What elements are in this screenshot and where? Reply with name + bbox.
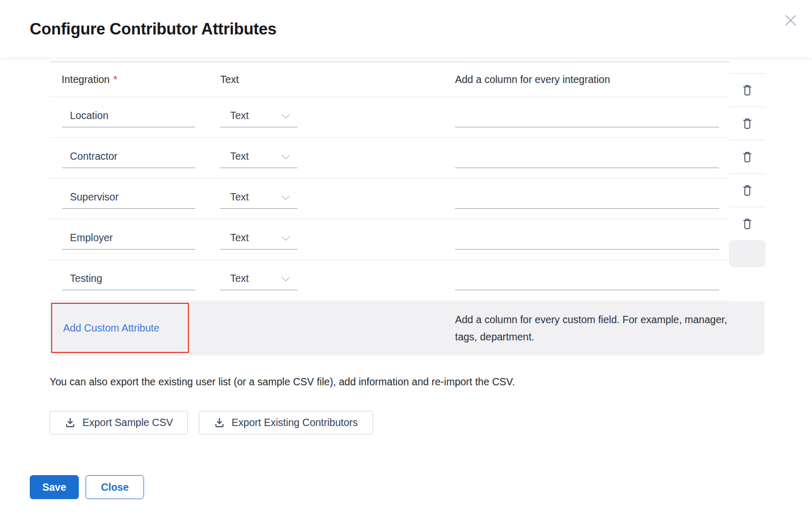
- export-button[interactable]: Export Sample CSV: [50, 411, 188, 434]
- attribute-name-input[interactable]: Employer: [62, 227, 195, 250]
- attribute-type-value: Text: [230, 273, 249, 285]
- delete-attribute-button[interactable]: [729, 107, 766, 140]
- download-icon: [214, 417, 225, 428]
- delete-attribute-button[interactable]: [729, 173, 766, 207]
- integration-description: Add a column for every integration: [455, 74, 610, 86]
- close-button[interactable]: Close: [86, 475, 144, 499]
- attribute-name-input[interactable]: Supervisor: [62, 186, 195, 209]
- delete-column-spacer: [729, 62, 766, 73]
- attribute-value-input[interactable]: [455, 227, 719, 250]
- export-button-label: Export Sample CSV: [82, 417, 173, 429]
- attribute-row: Employer Text: [50, 219, 730, 260]
- attribute-name-value: Location: [70, 110, 109, 122]
- delete-attribute-button[interactable]: [729, 73, 766, 107]
- attribute-name-value: Contractor: [70, 150, 117, 162]
- integration-name-text: Integration: [62, 74, 110, 85]
- attribute-name-input[interactable]: Location: [62, 104, 195, 127]
- attribute-row: Testing Text: [50, 260, 730, 301]
- integration-name-label: Integration*: [62, 74, 117, 86]
- chevron-down-icon: [281, 277, 290, 282]
- integration-row: Integration* Text Add a column for every…: [50, 62, 730, 97]
- trash-icon: [742, 84, 753, 97]
- attribute-value-input[interactable]: [455, 145, 719, 168]
- attribute-type-select[interactable]: Text: [220, 145, 297, 168]
- attribute-type-select[interactable]: Text: [220, 104, 297, 127]
- required-asterisk: *: [113, 74, 117, 85]
- trash-icon: [742, 217, 753, 230]
- attribute-value-input[interactable]: [455, 267, 719, 290]
- chevron-down-icon: [281, 155, 290, 160]
- attribute-rows: Location Text Contractor Text Supervisor: [50, 97, 730, 301]
- dialog-header: Configure Contributor Attributes: [0, 0, 812, 57]
- export-buttons-group: Export Sample CSV Export Existing Contri…: [50, 411, 381, 434]
- attribute-value-input[interactable]: [455, 186, 719, 209]
- attribute-name-input[interactable]: Testing: [62, 267, 195, 290]
- export-button[interactable]: Export Existing Contributors: [199, 411, 373, 434]
- configure-contributor-attributes-dialog: Configure Contributor Attributes Integra…: [0, 0, 812, 520]
- annotation-highlight-box: Add Custom Attribute: [51, 303, 189, 353]
- attribute-row: Location Text: [50, 97, 730, 138]
- delete-attribute-button[interactable]: [729, 207, 766, 240]
- attribute-name-value: Supervisor: [70, 191, 118, 203]
- delete-cells: [729, 73, 766, 240]
- attribute-value-input[interactable]: [455, 104, 719, 127]
- export-note: You can also export the existing user li…: [50, 376, 515, 388]
- attribute-name-input[interactable]: Contractor: [62, 145, 195, 168]
- export-button-label: Export Existing Contributors: [232, 417, 358, 429]
- add-custom-attribute-link[interactable]: Add Custom Attribute: [63, 322, 159, 334]
- trash-icon: [742, 150, 753, 163]
- integration-type-label: Text: [220, 74, 239, 86]
- download-icon: [65, 417, 76, 428]
- delete-attribute-button[interactable]: [729, 140, 766, 173]
- trash-icon: [742, 117, 753, 130]
- attribute-type-select[interactable]: Text: [220, 186, 297, 209]
- attribute-name-value: Testing: [70, 273, 102, 285]
- attribute-type-value: Text: [230, 150, 249, 162]
- chevron-down-icon: [281, 236, 290, 241]
- attribute-row: Supervisor Text: [50, 179, 730, 219]
- attribute-type-value: Text: [230, 110, 249, 122]
- attribute-type-value: Text: [230, 191, 249, 203]
- add-custom-attribute-row: Add Custom Attribute Add a column for ev…: [50, 301, 765, 356]
- save-button[interactable]: Save: [30, 475, 79, 499]
- attributes-table: Integration* Text Add a column for every…: [50, 62, 730, 301]
- trash-icon: [742, 184, 753, 197]
- chevron-down-icon: [281, 195, 290, 200]
- close-icon[interactable]: [781, 10, 801, 30]
- delete-buttons-column: [729, 62, 766, 267]
- attribute-type-select[interactable]: Text: [220, 227, 297, 250]
- x-icon: [783, 13, 798, 28]
- attribute-row: Contractor Text: [50, 138, 730, 179]
- custom-row-description: Add a column for every custom field. For…: [455, 311, 729, 346]
- attribute-type-value: Text: [230, 232, 249, 244]
- attribute-name-value: Employer: [70, 232, 113, 244]
- chevron-down-icon: [281, 114, 290, 119]
- dialog-title: Configure Contributor Attributes: [30, 20, 277, 39]
- attribute-type-select[interactable]: Text: [220, 267, 297, 290]
- delete-cell-placeholder: [729, 240, 766, 267]
